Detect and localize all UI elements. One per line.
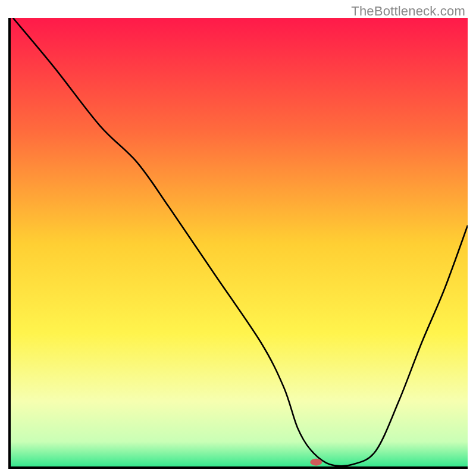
current-point-marker xyxy=(310,459,322,466)
chart-container xyxy=(8,18,468,469)
watermark-text: TheBottleneck.com xyxy=(351,4,465,19)
bottleneck-chart xyxy=(8,18,468,469)
